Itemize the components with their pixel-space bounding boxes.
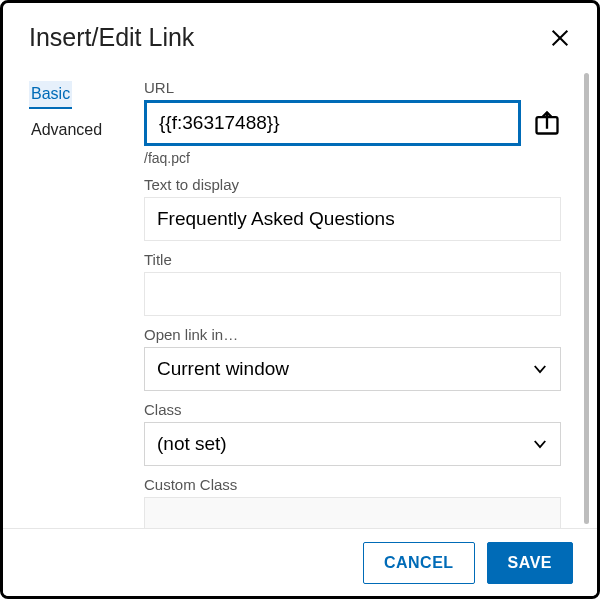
class-select[interactable] bbox=[144, 422, 561, 466]
openin-field: Open link in… bbox=[144, 326, 561, 391]
class-label: Class bbox=[144, 401, 561, 418]
customclass-field: Custom Class bbox=[144, 476, 561, 528]
dialog-header: Insert/Edit Link bbox=[3, 3, 597, 64]
title-field: Title bbox=[144, 251, 561, 316]
save-button[interactable]: SAVE bbox=[487, 542, 573, 584]
title-input[interactable] bbox=[144, 272, 561, 316]
customclass-label: Custom Class bbox=[144, 476, 561, 493]
vertical-scrollbar[interactable] bbox=[584, 73, 589, 524]
form-area: URL /faq.pcf Text to display bbox=[144, 79, 571, 528]
url-label: URL bbox=[144, 79, 561, 96]
dialog-footer: CANCEL SAVE bbox=[3, 528, 597, 596]
customclass-input[interactable] bbox=[144, 497, 561, 528]
openin-value[interactable] bbox=[144, 347, 561, 391]
cancel-button[interactable]: CANCEL bbox=[363, 542, 475, 584]
tab-basic[interactable]: Basic bbox=[29, 81, 72, 109]
dialog-title: Insert/Edit Link bbox=[29, 23, 194, 52]
title-label: Title bbox=[144, 251, 561, 268]
dialog-body: Basic Advanced URL /faq.pcf bbox=[3, 69, 597, 528]
file-chooser-button[interactable] bbox=[533, 109, 561, 137]
url-field: URL /faq.pcf bbox=[144, 79, 561, 166]
insert-edit-link-dialog: Insert/Edit Link Basic Advanced URL bbox=[0, 0, 600, 599]
class-value[interactable] bbox=[144, 422, 561, 466]
text-field: Text to display bbox=[144, 176, 561, 241]
openin-label: Open link in… bbox=[144, 326, 561, 343]
text-input[interactable] bbox=[144, 197, 561, 241]
close-icon bbox=[549, 27, 571, 49]
text-label: Text to display bbox=[144, 176, 561, 193]
file-chooser-icon bbox=[533, 109, 561, 137]
tab-list: Basic Advanced bbox=[29, 79, 124, 528]
openin-select[interactable] bbox=[144, 347, 561, 391]
url-input[interactable] bbox=[144, 100, 521, 146]
url-resolved-path: /faq.pcf bbox=[144, 150, 561, 166]
tab-advanced[interactable]: Advanced bbox=[29, 115, 124, 145]
class-field: Class bbox=[144, 401, 561, 466]
close-button[interactable] bbox=[549, 27, 571, 49]
